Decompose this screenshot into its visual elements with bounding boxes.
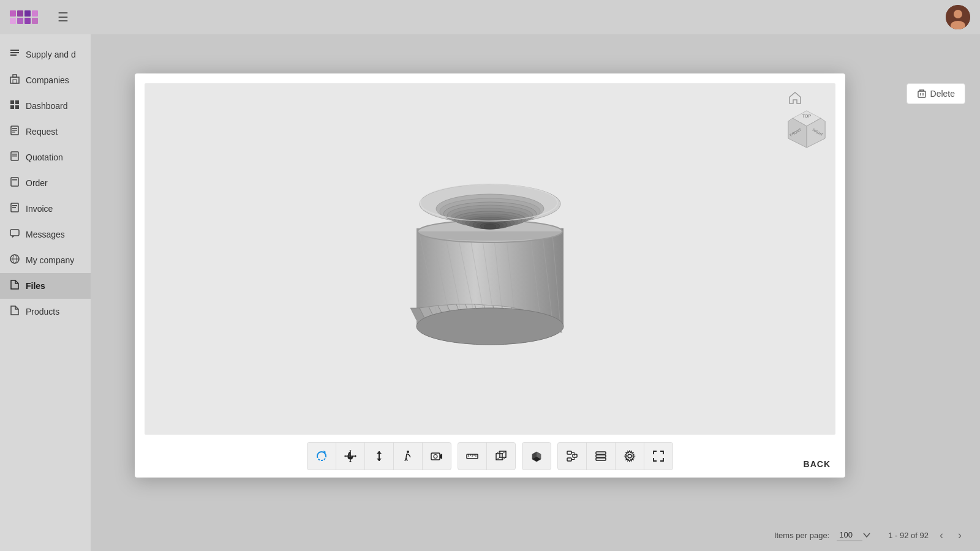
next-page-button[interactable]: › (954, 527, 965, 544)
modal-overlay: TOP RIGHT FRONT (0, 0, 980, 551)
select-arrow-icon (862, 531, 871, 539)
logo-area: ☰ (10, 10, 69, 24)
svg-rect-103 (596, 452, 606, 454)
items-per-page-label: Items per page: (774, 531, 829, 540)
svg-rect-7 (13, 75, 17, 77)
quotation-icon (9, 151, 21, 164)
toolbar-fullscreen-button[interactable] (644, 443, 673, 470)
top-bar: ☰ (0, 0, 980, 34)
sidebar-label-dashboard: Dashboard (26, 101, 68, 111)
svg-rect-16 (12, 132, 15, 133)
items-per-page-select[interactable]: 100 10 25 50 (837, 529, 862, 541)
svg-rect-6 (10, 77, 19, 83)
svg-point-80 (407, 451, 409, 453)
sidebar-item-messages[interactable]: Messages (0, 222, 91, 247)
viewer-cube[interactable]: TOP RIGHT FRONT (785, 108, 828, 151)
sidebar-label-order: Order (26, 178, 48, 188)
products-icon (9, 305, 21, 318)
sidebar-label-mycompany: My company (26, 255, 74, 265)
svg-point-83 (434, 455, 437, 459)
toolbar-zoom-button[interactable] (365, 443, 394, 470)
gear-3d-model (386, 118, 594, 400)
sidebar-item-dashboard[interactable]: Dashboard (0, 93, 91, 119)
sidebar-item-order[interactable]: Order (0, 170, 91, 196)
toolbar-group-measure (458, 442, 516, 470)
sidebar: Supply and d Companies Dashboard Request… (0, 34, 91, 551)
svg-rect-105 (596, 458, 606, 460)
avatar[interactable] (946, 5, 970, 29)
messages-icon (9, 228, 21, 241)
mycompany-icon (9, 253, 21, 267)
svg-rect-19 (12, 156, 17, 157)
sidebar-label-messages: Messages (26, 230, 65, 239)
files-icon (9, 279, 21, 293)
order-icon (9, 176, 21, 190)
sidebar-label-invoice: Invoice (26, 204, 53, 214)
delete-button[interactable]: Delete (907, 83, 965, 104)
toolbar-row (135, 435, 845, 478)
svg-point-77 (420, 184, 557, 221)
svg-rect-21 (12, 179, 17, 181)
toolbar-rotate-button[interactable] (307, 443, 336, 470)
svg-rect-18 (12, 154, 17, 155)
sidebar-item-request[interactable]: Request (0, 119, 91, 144)
svg-point-1 (954, 10, 962, 18)
svg-rect-15 (12, 130, 17, 131)
sidebar-label-supply: Supply and d (26, 50, 76, 59)
svg-text:TOP: TOP (802, 114, 812, 118)
svg-rect-20 (11, 178, 18, 186)
sidebar-label-files: Files (26, 281, 45, 291)
svg-rect-10 (15, 100, 19, 104)
delete-label: Delete (930, 89, 955, 99)
toolbar-ruler-button[interactable] (458, 443, 487, 470)
sidebar-label-products: Products (26, 307, 59, 317)
sidebar-item-invoice[interactable]: Invoice (0, 196, 91, 222)
svg-rect-12 (15, 105, 19, 109)
hamburger-button[interactable]: ☰ (58, 10, 69, 24)
invoice-icon (9, 202, 21, 216)
svg-rect-5 (10, 54, 17, 56)
dashboard-icon (9, 99, 21, 113)
sidebar-item-mycompany[interactable]: My company (0, 247, 91, 273)
toolbar-camera-button[interactable] (423, 443, 451, 470)
svg-marker-82 (440, 454, 442, 459)
logo (10, 10, 38, 24)
pagination-bar: Items per page: 100 10 25 50 1 - 92 of 9… (181, 519, 980, 551)
toolbar-walk-button[interactable] (394, 443, 423, 470)
svg-rect-9 (10, 100, 14, 104)
svg-rect-25 (10, 230, 19, 236)
delete-icon (917, 89, 927, 99)
sidebar-item-products[interactable]: Products (0, 299, 91, 324)
svg-rect-23 (12, 205, 17, 206)
sidebar-label-companies: Companies (26, 75, 69, 85)
sidebar-item-files[interactable]: Files (0, 273, 91, 299)
prev-page-button[interactable]: ‹ (936, 527, 947, 544)
companies-icon (9, 73, 21, 87)
svg-rect-11 (10, 105, 14, 109)
toolbar-pan-button[interactable] (336, 443, 365, 470)
toolbar-tree-button[interactable] (558, 443, 587, 470)
toolbar-gear-button[interactable] (616, 443, 644, 470)
sidebar-item-quotation[interactable]: Quotation (0, 144, 91, 170)
svg-rect-8 (13, 80, 17, 83)
sidebar-label-request: Request (26, 127, 58, 137)
sidebar-label-quotation: Quotation (26, 152, 63, 162)
svg-rect-24 (12, 207, 16, 208)
svg-rect-96 (567, 451, 571, 454)
toolbar-bbox-button[interactable] (487, 443, 515, 470)
page-info: 1 - 92 of 92 (888, 531, 929, 540)
supply-icon (9, 48, 21, 61)
svg-point-78 (417, 308, 564, 345)
viewer-area[interactable]: TOP RIGHT FRONT (145, 83, 835, 435)
viewer-home-icon[interactable] (788, 91, 802, 109)
back-button[interactable]: BACK (804, 459, 831, 469)
svg-rect-4 (10, 52, 19, 53)
toolbar-shading-button[interactable] (522, 443, 551, 470)
sidebar-item-companies[interactable]: Companies (0, 67, 91, 93)
toolbar-layers-button[interactable] (587, 443, 616, 470)
svg-rect-3 (10, 50, 19, 51)
3d-viewer-modal: TOP RIGHT FRONT (135, 73, 845, 478)
svg-rect-14 (12, 128, 17, 129)
sidebar-item-supply[interactable]: Supply and d (0, 42, 91, 67)
svg-rect-104 (596, 455, 606, 457)
